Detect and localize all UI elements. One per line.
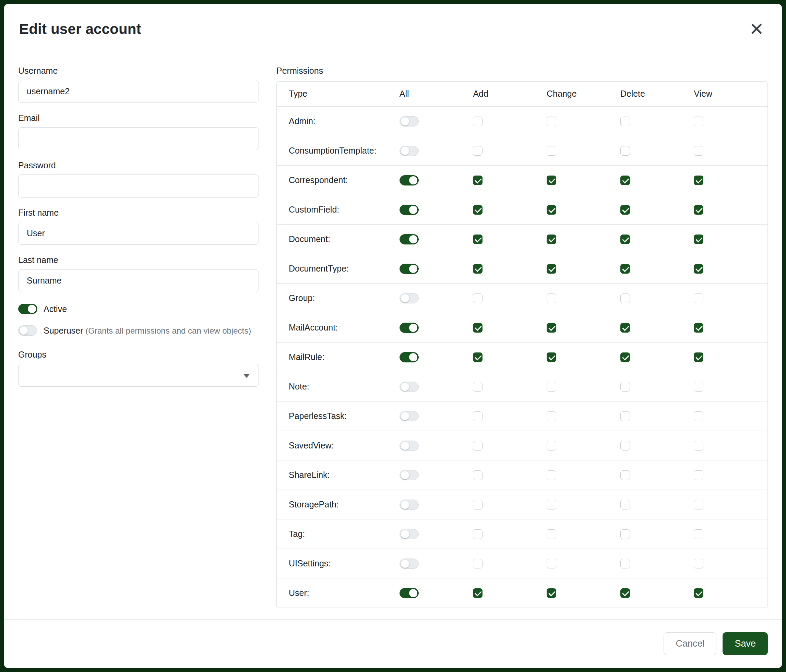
permission-all-toggle[interactable] xyxy=(399,382,419,392)
permission-view-checkbox[interactable] xyxy=(694,529,703,539)
permission-view-checkbox[interactable] xyxy=(694,500,703,509)
permission-change-checkbox[interactable] xyxy=(547,500,556,509)
toggle-knob xyxy=(401,471,409,479)
permission-view-checkbox[interactable] xyxy=(694,382,703,391)
permission-view-checkbox[interactable] xyxy=(694,294,703,303)
permission-all-toggle[interactable] xyxy=(399,116,419,127)
toggle-knob xyxy=(409,235,417,243)
permission-change-checkbox[interactable] xyxy=(547,176,556,185)
permission-all-toggle[interactable] xyxy=(399,352,419,363)
active-toggle[interactable] xyxy=(18,304,38,314)
permission-delete-checkbox[interactable] xyxy=(620,205,630,215)
permission-change-checkbox[interactable] xyxy=(547,352,556,362)
superuser-label-wrap: Superuser (Grants all permissions and ca… xyxy=(44,324,251,338)
permission-delete-checkbox[interactable] xyxy=(620,264,630,273)
permission-add-checkbox[interactable] xyxy=(473,234,483,244)
permission-all-toggle[interactable] xyxy=(399,499,419,510)
permission-delete-checkbox[interactable] xyxy=(620,441,630,451)
permission-change-checkbox[interactable] xyxy=(547,559,556,568)
permission-all-toggle[interactable] xyxy=(399,588,419,598)
permission-delete-checkbox[interactable] xyxy=(620,588,630,598)
permission-view-checkbox[interactable] xyxy=(694,176,703,185)
permission-all-toggle[interactable] xyxy=(399,323,419,333)
permission-delete-checkbox[interactable] xyxy=(620,529,630,539)
permission-add-checkbox[interactable] xyxy=(473,294,483,303)
permission-add-checkbox[interactable] xyxy=(473,382,483,391)
permission-all-toggle[interactable] xyxy=(399,234,419,245)
permission-change-checkbox[interactable] xyxy=(547,441,556,451)
permission-change-checkbox[interactable] xyxy=(547,116,556,126)
save-button[interactable]: Save xyxy=(723,632,768,655)
permission-view-checkbox[interactable] xyxy=(694,234,703,244)
permission-add-checkbox[interactable] xyxy=(473,588,483,598)
permission-change-checkbox[interactable] xyxy=(547,205,556,215)
permission-change-checkbox[interactable] xyxy=(547,146,556,155)
last-name-field[interactable] xyxy=(18,269,259,292)
permission-all-toggle[interactable] xyxy=(399,264,419,274)
permission-view-checkbox[interactable] xyxy=(694,441,703,451)
permission-delete-checkbox[interactable] xyxy=(620,294,630,303)
permission-delete-checkbox[interactable] xyxy=(620,116,630,126)
permission-view-checkbox[interactable] xyxy=(694,470,703,480)
permission-change-checkbox[interactable] xyxy=(547,411,556,421)
groups-select-input[interactable] xyxy=(18,364,259,387)
permission-all-toggle[interactable] xyxy=(399,205,419,215)
password-field[interactable] xyxy=(18,174,259,198)
permission-all-toggle[interactable] xyxy=(399,175,419,185)
permission-add-checkbox[interactable] xyxy=(473,559,483,568)
permission-all-toggle[interactable] xyxy=(399,470,419,480)
superuser-toggle[interactable] xyxy=(18,325,38,336)
permission-change-checkbox[interactable] xyxy=(547,470,556,480)
permission-all-toggle[interactable] xyxy=(399,559,419,569)
permission-add-checkbox[interactable] xyxy=(473,500,483,509)
first-name-field[interactable] xyxy=(18,222,259,245)
permission-add-checkbox[interactable] xyxy=(473,352,483,362)
permission-view-checkbox[interactable] xyxy=(694,411,703,421)
permission-delete-checkbox[interactable] xyxy=(620,352,630,362)
permission-all-toggle[interactable] xyxy=(399,411,419,421)
permission-view-checkbox[interactable] xyxy=(694,205,703,215)
permission-add-checkbox[interactable] xyxy=(473,264,483,273)
permission-add-checkbox[interactable] xyxy=(473,176,483,185)
permission-delete-checkbox[interactable] xyxy=(620,146,630,155)
permission-add-checkbox[interactable] xyxy=(473,323,483,333)
cancel-button[interactable]: Cancel xyxy=(663,632,716,655)
permission-change-checkbox[interactable] xyxy=(547,323,556,333)
permission-view-checkbox[interactable] xyxy=(694,352,703,362)
permission-view-checkbox[interactable] xyxy=(694,264,703,273)
email-field[interactable] xyxy=(18,127,259,150)
permission-view-checkbox[interactable] xyxy=(694,559,703,568)
permission-delete-checkbox[interactable] xyxy=(620,559,630,568)
permission-all-toggle[interactable] xyxy=(399,441,419,451)
permission-change-checkbox[interactable] xyxy=(547,294,556,303)
permission-all-toggle[interactable] xyxy=(399,293,419,303)
permission-delete-checkbox[interactable] xyxy=(620,323,630,333)
permission-change-checkbox[interactable] xyxy=(547,264,556,273)
permission-add-checkbox[interactable] xyxy=(473,205,483,215)
permission-delete-checkbox[interactable] xyxy=(620,500,630,509)
permission-add-checkbox[interactable] xyxy=(473,470,483,480)
permission-view-checkbox[interactable] xyxy=(694,116,703,126)
permission-view-checkbox[interactable] xyxy=(694,588,703,598)
groups-select[interactable] xyxy=(18,364,259,387)
permission-delete-checkbox[interactable] xyxy=(620,411,630,421)
permission-add-checkbox[interactable] xyxy=(473,146,483,155)
permission-add-checkbox[interactable] xyxy=(473,411,483,421)
permission-change-checkbox[interactable] xyxy=(547,234,556,244)
permission-delete-checkbox[interactable] xyxy=(620,176,630,185)
permission-view-checkbox[interactable] xyxy=(694,323,703,333)
permission-all-toggle[interactable] xyxy=(399,529,419,539)
permission-change-checkbox[interactable] xyxy=(547,588,556,598)
permission-change-checkbox[interactable] xyxy=(547,529,556,539)
permission-delete-checkbox[interactable] xyxy=(620,382,630,391)
permission-delete-checkbox[interactable] xyxy=(620,234,630,244)
permission-add-checkbox[interactable] xyxy=(473,116,483,126)
permission-add-checkbox[interactable] xyxy=(473,529,483,539)
permission-change-checkbox[interactable] xyxy=(547,382,556,391)
permission-view-checkbox[interactable] xyxy=(694,146,703,155)
close-icon[interactable]: ✕ xyxy=(746,19,767,39)
permission-all-toggle[interactable] xyxy=(399,146,419,156)
permission-delete-checkbox[interactable] xyxy=(620,470,630,480)
username-input[interactable] xyxy=(18,80,259,103)
permission-add-checkbox[interactable] xyxy=(473,441,483,451)
